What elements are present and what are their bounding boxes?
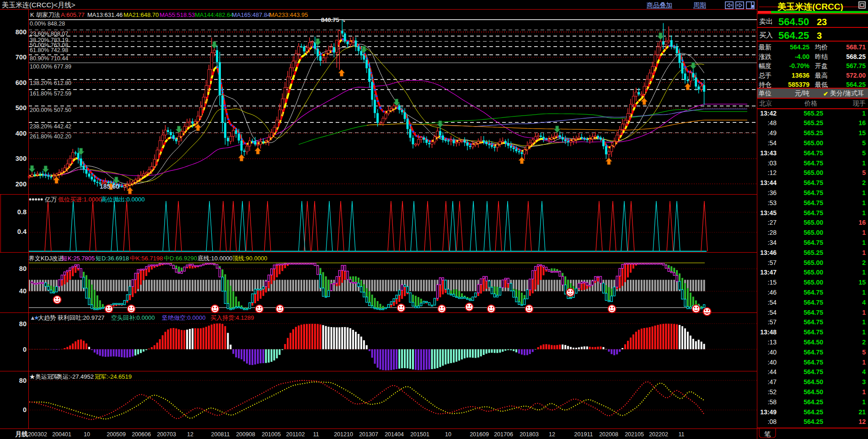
svg-text:201404: 201404	[385, 431, 404, 438]
svg-text:1: 1	[862, 388, 866, 396]
svg-text:13636: 13636	[792, 72, 809, 79]
svg-text::47: :47	[768, 378, 777, 386]
svg-text:1: 1	[862, 359, 866, 366]
svg-text::58: :58	[768, 398, 777, 406]
svg-text:高位抛出:0.0000: 高位抛出:0.0000	[101, 196, 145, 203]
svg-text:80: 80	[19, 377, 27, 384]
svg-text:1: 1	[862, 269, 866, 276]
svg-text:200811: 200811	[211, 431, 230, 438]
svg-text:572.00: 572.00	[846, 72, 866, 79]
svg-text:565.00: 565.00	[804, 169, 823, 176]
svg-text:201911: 201911	[574, 431, 593, 438]
svg-text:201609: 201609	[470, 431, 489, 438]
svg-text:获利回吐:20.9727: 获利回吐:20.9727	[58, 314, 105, 321]
svg-text:565.25: 565.25	[804, 129, 823, 137]
svg-text:564.75: 564.75	[804, 309, 823, 316]
svg-text::40: :40	[768, 359, 777, 366]
svg-text:400: 400	[16, 130, 27, 137]
svg-text:2: 2	[862, 339, 866, 346]
svg-text:-0.70%: -0.70%	[789, 62, 810, 69]
svg-text:★奥运冠军: ★奥运冠军	[29, 373, 59, 380]
svg-text:-4.00: -4.00	[795, 53, 809, 60]
svg-text:北京: 北京	[759, 100, 772, 107]
svg-text:中K:56.7198: 中K:56.7198	[130, 255, 163, 262]
svg-text:564.75: 564.75	[804, 199, 823, 206]
svg-text:564.75: 564.75	[804, 159, 823, 167]
svg-text:月线: 月线	[15, 430, 28, 438]
svg-text::52: :52	[768, 388, 777, 396]
svg-text:565.00: 565.00	[804, 269, 823, 276]
svg-text:短K:25.7805: 短K:25.7805	[62, 255, 95, 262]
svg-text:202202: 202202	[649, 431, 668, 438]
svg-text:565.00: 565.00	[804, 229, 823, 236]
svg-text:161.80% 572.59: 161.80% 572.59	[30, 90, 71, 97]
svg-text:565.00: 565.00	[804, 219, 823, 226]
svg-text:564.75: 564.75	[804, 368, 823, 376]
svg-text::46: :46	[768, 289, 777, 296]
svg-text:564.75: 564.75	[804, 299, 823, 306]
svg-text:564.25: 564.25	[790, 43, 809, 51]
svg-text:大趋势: 大趋势	[38, 314, 56, 321]
svg-text:564.25: 564.25	[778, 30, 809, 41]
svg-text:12: 12	[549, 431, 555, 438]
svg-text:13:43: 13:43	[760, 149, 777, 157]
svg-text:最高: 最高	[814, 72, 828, 79]
svg-text:564.50: 564.50	[804, 378, 823, 386]
svg-text:23.60% 808.07: 23.60% 808.07	[30, 31, 68, 37]
svg-text::03: :03	[768, 159, 777, 167]
svg-text:中D:66.9290: 中D:66.9290	[164, 255, 197, 262]
svg-text:13:46: 13:46	[760, 249, 777, 256]
svg-text:MA21:648.70: MA21:648.70	[123, 11, 159, 18]
svg-text:MA13:631.46: MA13:631.46	[87, 11, 123, 18]
svg-text:1: 1	[862, 309, 866, 316]
svg-text:奥运:-27.4952: 奥运:-27.4952	[57, 373, 94, 380]
svg-text:13:44: 13:44	[760, 179, 777, 186]
svg-text:13:48: 13:48	[760, 328, 777, 336]
svg-text:568.25: 568.25	[846, 53, 866, 60]
svg-text:美分/蒲式耳: 美分/蒲式耳	[830, 90, 864, 97]
svg-text:12: 12	[187, 431, 193, 438]
svg-text:261.80% 402.20: 261.80% 402.20	[30, 133, 71, 140]
svg-text:201307: 201307	[359, 431, 378, 438]
svg-text:10: 10	[445, 431, 451, 438]
svg-text:最新: 最新	[758, 43, 772, 51]
svg-text:564.75: 564.75	[804, 209, 823, 217]
svg-text:565.00: 565.00	[804, 279, 823, 286]
svg-text:MA144:482.64: MA144:482.64	[195, 11, 234, 18]
svg-text:565.00: 565.00	[804, 139, 823, 147]
svg-text:0: 0	[23, 346, 27, 353]
svg-text:A:605.77: A:605.77	[61, 11, 85, 18]
svg-text::54: :54	[768, 309, 777, 316]
svg-text:价格: 价格	[804, 100, 817, 107]
svg-text:亿万: 亿万	[44, 196, 57, 203]
svg-text:周期: 周期	[693, 1, 706, 9]
svg-text:底线:10.0000: 底线:10.0000	[198, 255, 233, 262]
svg-text:涨跌: 涨跌	[759, 53, 772, 60]
svg-text:11: 11	[313, 431, 319, 438]
svg-text:1: 1	[862, 289, 866, 296]
svg-text::36: :36	[768, 189, 777, 196]
svg-text:现手: 现手	[852, 100, 866, 107]
svg-text:201102: 201102	[286, 431, 305, 438]
svg-text:15: 15	[858, 279, 866, 286]
svg-text:200703: 200703	[157, 431, 176, 438]
svg-text::48: :48	[768, 119, 777, 127]
svg-text:持仓: 持仓	[759, 81, 772, 88]
svg-text:564.75: 564.75	[804, 328, 823, 336]
svg-text:567.75: 567.75	[846, 62, 866, 69]
svg-text:200509: 200509	[107, 431, 126, 438]
svg-text:美玉米连(CRCC)<月线>: 美玉米连(CRCC)<月线>	[2, 1, 75, 9]
svg-text:1: 1	[862, 199, 866, 206]
svg-text:界文KDJ改进: 界文KDJ改进	[29, 255, 64, 262]
svg-text:5: 5	[862, 139, 866, 147]
svg-text:564.75: 564.75	[804, 318, 823, 326]
svg-text:40: 40	[19, 287, 27, 295]
svg-text:564.25: 564.25	[804, 408, 823, 416]
svg-text:500: 500	[16, 104, 27, 111]
svg-text:最低: 最低	[814, 81, 828, 88]
svg-text:840.75: 840.75	[321, 16, 339, 23]
svg-text:2: 2	[862, 259, 866, 266]
svg-text:0.00% 848.28: 0.00% 848.28	[30, 21, 65, 27]
svg-text:4: 4	[862, 299, 866, 306]
svg-text:565.25: 565.25	[804, 119, 823, 127]
